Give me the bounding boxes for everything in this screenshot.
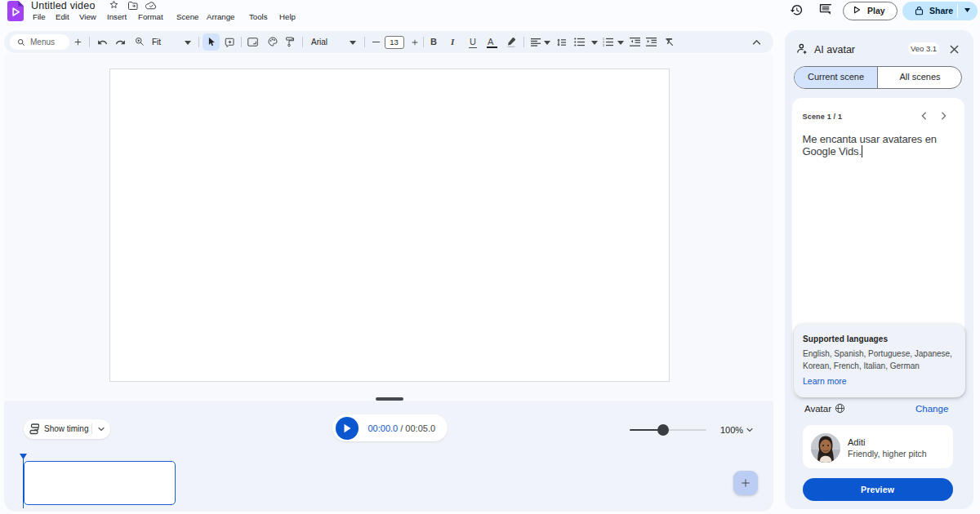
svg-text:3: 3	[603, 44, 604, 47]
svg-text:1: 1	[603, 38, 604, 41]
svg-text:2: 2	[603, 41, 604, 44]
